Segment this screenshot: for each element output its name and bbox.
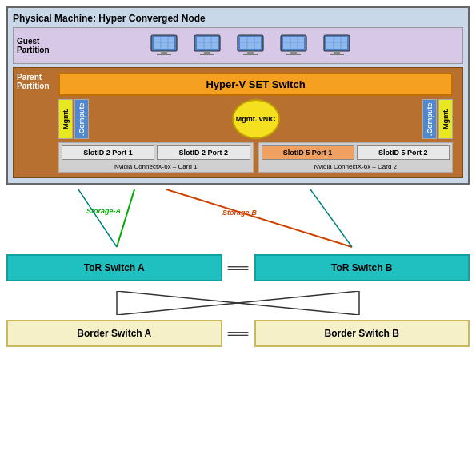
nic-card-2-port1: SlotID 5 Port 1 [262, 145, 354, 160]
nic-card-1-port1: SlotID 2 Port 1 [62, 145, 154, 160]
connections-svg: Storage-A Storage-B [6, 189, 470, 249]
svg-line-40 [310, 189, 352, 247]
svg-rect-27 [286, 54, 301, 55]
tor-switch-b: ToR Switch B [254, 254, 470, 281]
nic-cards-row: SlotID 2 Port 1 SlotID 2 Port 2 Nvidia C… [58, 142, 453, 173]
nic-card-2-ports: SlotID 5 Port 1 SlotID 5 Port 2 [259, 143, 453, 162]
tor-switch-row: ToR Switch A ══ ToR Switch B [6, 254, 470, 281]
monitors-row [18, 31, 458, 60]
svg-line-35 [117, 189, 134, 247]
left-vert-labels: Mgmt. .Compute [58, 99, 89, 139]
physical-machine-box: Physical Machine: Hyper Converged Node G… [6, 6, 470, 185]
svg-rect-22 [283, 37, 304, 49]
monitor-icon-5 [322, 34, 351, 57]
main-container: Physical Machine: Hyper Converged Node G… [0, 0, 476, 454]
monitor-icon-1 [150, 34, 178, 57]
tor-equal-connector: ══ [230, 254, 246, 281]
center-area: Mgmt. vNIC [89, 99, 422, 139]
border-switch-b: Border Switch B [254, 320, 470, 347]
svg-rect-6 [157, 54, 171, 55]
compute-left-label: .Compute [74, 99, 89, 139]
svg-rect-20 [243, 54, 258, 55]
svg-rect-15 [240, 37, 261, 49]
parent-partition: ParentPartition Hyper-V SET Switch Mgmt.… [13, 67, 463, 178]
svg-rect-5 [161, 51, 167, 54]
svg-rect-26 [290, 51, 297, 54]
nic-card-1-label: Nvidia ConnectX-6x – Card 1 [59, 162, 253, 172]
border-switch-row: Border Switch A ══ Border Switch B [6, 320, 470, 347]
svg-rect-12 [204, 51, 210, 54]
guest-partition-label: GuestPartition [17, 37, 50, 54]
svg-text:Storage-B: Storage-B [222, 209, 258, 217]
svg-line-36 [166, 189, 352, 247]
nic-card-1: SlotID 2 Port 1 SlotID 2 Port 2 Nvidia C… [58, 142, 254, 173]
right-vert-labels: .Compute Mgmt. [422, 99, 453, 139]
guest-partition: GuestPartition [13, 27, 463, 64]
svg-rect-33 [334, 51, 340, 54]
nic-card-1-ports: SlotID 2 Port 1 SlotID 2 Port 2 [59, 143, 253, 162]
svg-rect-34 [330, 54, 344, 55]
nic-card-2-label: Nvidia ConnectX-6x – Card 2 [259, 162, 453, 172]
svg-rect-1 [154, 37, 174, 49]
nic-card-1-port2: SlotID 2 Port 2 [157, 145, 250, 160]
cross-connect-svg [6, 291, 470, 315]
hyper-v-switch: Hyper-V SET Switch [58, 73, 453, 96]
mgmt-right-label: Mgmt. [438, 99, 453, 139]
monitor-icon-4 [279, 34, 308, 57]
svg-line-39 [78, 189, 117, 247]
mgmt-vnic: Mgmt. vNIC [232, 99, 280, 139]
mgmt-left-label: Mgmt. [58, 99, 73, 139]
svg-rect-8 [197, 37, 218, 49]
physical-machine-title: Physical Machine: Hyper Converged Node [13, 13, 463, 24]
monitor-icon-3 [236, 34, 265, 57]
cross-connect [6, 291, 470, 315]
svg-rect-13 [200, 54, 214, 55]
nic-card-2-port2: SlotID 5 Port 2 [357, 145, 450, 160]
middle-row: Mgmt. .Compute Mgmt. vNIC .Compute Mgmt. [58, 99, 453, 139]
tor-switch-a: ToR Switch A [6, 254, 222, 281]
border-switch-a: Border Switch A [6, 320, 222, 347]
svg-rect-29 [326, 37, 347, 49]
border-equal-connector: ══ [230, 320, 246, 347]
nic-card-2: SlotID 5 Port 1 SlotID 5 Port 2 Nvidia C… [258, 142, 454, 173]
connections-section: Storage-A Storage-B [6, 189, 470, 249]
monitor-icon-2 [193, 34, 222, 57]
compute-right-label: .Compute [422, 99, 437, 139]
parent-partition-label: ParentPartition [17, 73, 50, 90]
svg-rect-19 [247, 51, 254, 54]
